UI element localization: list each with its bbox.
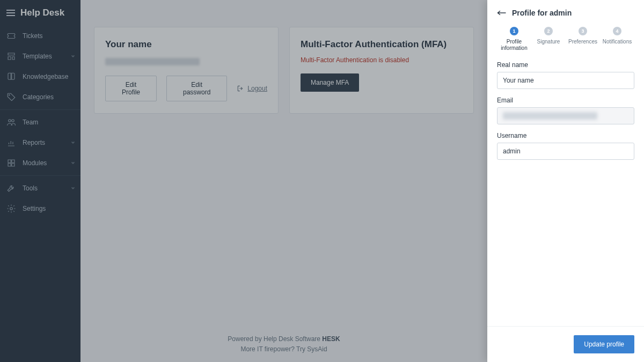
sidebar-item-label: Modules: [23, 159, 47, 167]
svg-point-1: [9, 120, 11, 122]
tag-icon: [6, 92, 16, 102]
sidebar-divider: [0, 175, 80, 176]
stepper: 1 Profile information 2 Signature 3 Pref…: [487, 23, 644, 61]
hamburger-icon[interactable]: [6, 10, 15, 16]
update-profile-button[interactable]: Update profile: [574, 335, 634, 353]
footer: Powered by Help Desk Software HESK More …: [80, 334, 487, 354]
mfa-card: Multi-Factor Authentication (MFA) Multi-…: [289, 27, 474, 114]
chevron-down-icon: [71, 184, 75, 192]
svg-point-0: [9, 95, 10, 96]
step-preferences[interactable]: 3 Preferences: [566, 27, 600, 51]
sidebar-item-label: Tools: [23, 184, 38, 192]
email-label: Email: [497, 97, 634, 104]
real-name-label: Real name: [497, 61, 634, 69]
profile-card-title: Your name: [105, 39, 267, 50]
profile-card: Your name admin@example.example.exam Edi…: [94, 27, 279, 114]
footer-link-sysaid[interactable]: SysAid: [307, 345, 327, 353]
footer-brand: HESK: [320, 335, 340, 343]
sidebar-divider: [0, 109, 80, 110]
sidebar-item-label: Categories: [23, 93, 54, 101]
chevron-down-icon: [71, 159, 75, 167]
edit-profile-button[interactable]: Edit Profile: [105, 76, 157, 101]
main-content: Your name admin@example.example.exam Edi…: [80, 0, 487, 362]
email-input[interactable]: admin@example.example.exam: [497, 107, 634, 124]
logout-label: Logout: [247, 85, 267, 92]
step-signature[interactable]: 2 Signature: [531, 27, 566, 51]
sidebar-item-categories[interactable]: Categories: [0, 87, 80, 107]
team-icon: [6, 117, 16, 127]
email-value-redacted: admin@example.example.exam: [503, 112, 597, 120]
step-number: 4: [613, 27, 621, 35]
logout-icon: [237, 85, 244, 92]
sidebar-item-modules[interactable]: Modules: [0, 153, 80, 173]
username-input[interactable]: [497, 143, 634, 160]
sidebar-item-label: Knowledgebase: [23, 73, 68, 80]
step-label: Profile information: [497, 39, 531, 51]
sidebar: Help Desk Tickets Templates Knowledgebas…: [0, 0, 80, 362]
chevron-down-icon: [71, 53, 75, 60]
step-profile-info[interactable]: 1 Profile information: [497, 27, 531, 51]
wrench-icon: [6, 183, 16, 193]
sidebar-item-label: Settings: [23, 205, 46, 212]
modules-icon: [6, 158, 16, 168]
sidebar-item-label: Team: [23, 119, 38, 126]
real-name-input[interactable]: [497, 72, 634, 89]
sidebar-item-tickets[interactable]: Tickets: [0, 26, 80, 46]
sidebar-item-label: Reports: [23, 139, 45, 146]
sidebar-item-label: Templates: [23, 53, 52, 60]
footer-prefix2: More IT firepower? Try: [240, 345, 307, 353]
step-number: 3: [579, 27, 587, 35]
logout-link[interactable]: Logout: [237, 76, 267, 101]
svg-point-3: [10, 208, 13, 210]
step-notifications[interactable]: 4 Notifications: [600, 27, 634, 51]
step-label: Signature: [537, 39, 560, 45]
step-label: Preferences: [568, 39, 597, 45]
brand-title: Help Desk: [20, 8, 64, 18]
username-label: Username: [497, 132, 634, 139]
gear-icon: [6, 204, 16, 213]
svg-point-2: [12, 120, 14, 122]
sidebar-item-label: Tickets: [23, 32, 43, 40]
sidebar-item-team[interactable]: Team: [0, 112, 80, 132]
chart-icon: [6, 138, 16, 147]
sidebar-item-settings[interactable]: Settings: [0, 198, 80, 219]
book-icon: [6, 72, 16, 82]
mfa-status-text: Multi-Factor Authentication is disabled: [301, 56, 463, 64]
sidebar-item-tools[interactable]: Tools: [0, 178, 80, 198]
sidebar-header: Help Desk: [0, 0, 80, 26]
back-arrow-icon[interactable]: [497, 10, 507, 16]
sidebar-item-reports[interactable]: Reports: [0, 132, 80, 153]
sidebar-item-templates[interactable]: Templates: [0, 46, 80, 67]
panel-title: Profile for admin: [512, 9, 572, 17]
profile-panel: Profile for admin 1 Profile information …: [487, 0, 644, 362]
chevron-down-icon: [71, 139, 75, 146]
profile-email-redacted: admin@example.example.exam: [105, 58, 200, 65]
step-number: 1: [510, 27, 518, 35]
step-number: 2: [544, 27, 553, 35]
edit-password-button[interactable]: Edit password: [166, 76, 227, 101]
step-label: Notifications: [603, 39, 632, 45]
footer-link-hesk[interactable]: Help Desk Software: [264, 335, 320, 343]
manage-mfa-button[interactable]: Manage MFA: [301, 73, 359, 92]
templates-icon: [6, 51, 16, 61]
sidebar-item-knowledgebase[interactable]: Knowledgebase: [0, 67, 80, 87]
mfa-card-title: Multi-Factor Authentication (MFA): [301, 39, 463, 50]
ticket-icon: [6, 31, 16, 41]
footer-prefix: Powered by: [228, 335, 264, 343]
